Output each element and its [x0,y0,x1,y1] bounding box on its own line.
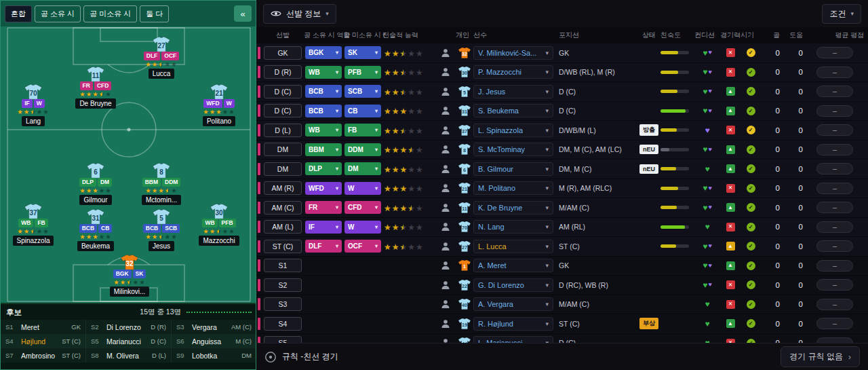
lineup-slot-button[interactable]: S1 [264,259,302,272]
substitute-item[interactable]: S4 Højlund ST (C) [1,334,86,348]
in-possession-role-dropdown[interactable]: IF▾ [305,221,342,234]
pitch-player[interactable]: 32 BGKSK ★★★★★ ★★★★★ Milinkovi... [97,254,162,297]
out-possession-role-dropdown[interactable]: W▾ [344,182,381,195]
individual-instructions-button[interactable] [439,182,452,194]
average-rating-button[interactable]: – [816,240,853,252]
out-possession-role-dropdown[interactable]: DDM▾ [344,143,381,156]
header-individual[interactable]: 개인 [456,31,473,40]
substitute-item[interactable]: S5 Marianucci D (C) [86,334,172,348]
lineup-slot-button[interactable]: D (C) [264,104,302,117]
in-possession-role-dropdown[interactable]: BBM▾ [305,143,342,156]
header-familiarity[interactable]: 친숙도 [660,31,694,40]
pitch-player[interactable]: 8 BBMDDM ★★★★★ ★★★★★ Mctomin... [129,162,194,205]
in-possession-role-dropdown[interactable]: BCB▾ [305,85,342,98]
lineup-slot-button[interactable]: S3 [264,297,302,311]
lineup-slot-button[interactable]: AM (L) [264,220,302,234]
pitch-player[interactable]: 5 BCBSCB ★★★★★ ★★★★★ Jesus [129,208,194,251]
average-rating-button[interactable]: – [816,67,853,78]
header-assists[interactable]: 도움 [784,31,807,40]
substitute-item[interactable]: S8 M. Olivera D (L) [86,348,172,363]
pitch-player[interactable]: 30 WBPFB ★★★★★ ★★★★★ Mazzocchi [186,203,252,246]
pitch-player[interactable]: 27 DLFOCF ★★★★★ ★★★★★ Lucca [129,36,194,79]
lineup-slot-button[interactable]: AM (C) [264,201,302,215]
header-ability[interactable]: 전술적 능력 [382,31,435,40]
individual-instructions-button[interactable] [439,298,452,310]
average-rating-button[interactable]: – [816,183,853,194]
lineup-slot-button[interactable]: GK [264,46,302,60]
pitch-player[interactable]: 6 DLPDM ★★★★★ ★★★★★ Gilmour [63,162,128,205]
individual-instructions-button[interactable] [439,221,452,233]
out-possession-role-dropdown[interactable]: SK▾ [344,46,381,59]
lineup-slot-button[interactable]: D (C) [264,85,302,98]
average-rating-button[interactable]: – [816,260,853,272]
lineup-slot-button[interactable]: ST (C) [264,240,302,253]
player-name-dropdown[interactable]: N. Lang▾ [473,220,553,234]
out-possession-role-dropdown[interactable]: DM▾ [344,162,381,175]
condition-dropdown[interactable]: 조건 ▾ [822,4,861,24]
match-rules-button[interactable]: 경기 규칙 없음 › [781,346,860,367]
pitch-view-tab[interactable]: 둘 다 [140,5,169,22]
header-condition[interactable]: 컨디션 [694,31,720,40]
header-role-out[interactable]: 공 미소유 시↑ [343,31,382,40]
lineup-slot-button[interactable]: S5 [264,336,302,343]
pitch-player[interactable]: 11 FRCFD ★★★★★ ★★★★★ De Bruyne [63,66,128,109]
player-name-dropdown[interactable]: P. Mazzocchi▾ [473,65,553,79]
lineup-slot-button[interactable]: S2 [264,278,302,292]
in-possession-role-dropdown[interactable]: WB▾ [305,66,342,79]
header-avg-rating[interactable]: 평균 평점 [807,31,868,40]
out-possession-role-dropdown[interactable]: CB▾ [344,105,381,117]
substitute-item[interactable]: S1 Meret GK [1,320,86,334]
individual-instructions-button[interactable] [439,202,452,214]
collapse-panel-button[interactable]: « [234,5,252,22]
pitch-view-tab[interactable]: 공 미소유 시 [83,5,137,22]
average-rating-button[interactable]: – [816,163,853,174]
player-name-dropdown[interactable]: R. Højlund▾ [473,317,553,331]
header-timing[interactable]: 시기 [741,31,761,40]
player-name-dropdown[interactable]: V. Milinković-Sa...▾ [473,46,553,60]
header-lineup[interactable]: 선발 [262,31,304,40]
lineup-slot-button[interactable]: S4 [264,317,302,331]
individual-instructions-button[interactable] [439,124,452,136]
header-position[interactable]: 포지션 [559,31,637,40]
average-rating-button[interactable]: – [816,47,853,58]
pitch-player[interactable]: 70 IFW ★★★★★ ★★★★★ Lang [1,84,66,126]
substitute-item[interactable]: S9 Lobotka DM [172,348,256,363]
substitute-item[interactable]: S6 Anguissa M (C) [172,334,256,348]
pitch-player[interactable]: 21 WFDW ★★★★★ ★★★★★ Politano [186,84,252,126]
out-possession-role-dropdown[interactable]: W▾ [344,221,381,234]
substitute-item[interactable]: S7 Ambrosino ST (C) [1,348,86,363]
pitch-player[interactable]: 31 BCBCB ★★★★★ ★★★★★ Beukema [63,208,128,251]
player-name-dropdown[interactable]: J. Jesus▾ [473,85,553,98]
average-rating-button[interactable]: – [816,105,853,117]
player-name-dropdown[interactable]: L. Spinazzola▾ [473,124,553,137]
average-rating-button[interactable]: – [816,144,853,155]
individual-instructions-button[interactable] [439,66,452,78]
average-rating-button[interactable]: – [816,124,853,136]
player-name-dropdown[interactable]: A. Meret▾ [473,259,553,272]
substitute-item[interactable]: S2 Di Lorenzo D (R) [86,320,172,334]
average-rating-button[interactable]: – [816,221,853,233]
player-name-dropdown[interactable]: G. Di Lorenzo▾ [473,278,553,292]
lineup-slot-button[interactable]: AM (R) [264,181,302,195]
player-name-dropdown[interactable]: A. Vergara▾ [473,297,553,311]
in-possession-role-dropdown[interactable]: WFD▾ [305,182,342,195]
individual-instructions-button[interactable] [439,337,452,343]
in-possession-role-dropdown[interactable]: DLF▾ [305,240,342,253]
average-rating-button[interactable]: – [816,202,853,213]
in-possession-role-dropdown[interactable]: WB▾ [305,124,342,136]
individual-instructions-button[interactable] [439,143,452,155]
out-possession-role-dropdown[interactable]: PFB▾ [344,66,381,79]
individual-instructions-button[interactable] [439,279,452,291]
pitch-player[interactable]: 37 WBFB ★★★★★ ★★★★★ Spinazzola [1,203,66,246]
individual-instructions-button[interactable] [439,163,452,175]
player-name-dropdown[interactable]: M. Politano▾ [473,181,553,195]
individual-instructions-button[interactable] [439,240,452,253]
out-possession-role-dropdown[interactable]: CFD▾ [344,201,381,214]
individual-instructions-button[interactable] [439,47,452,59]
lineup-slot-button[interactable]: D (R) [264,65,302,79]
average-rating-button[interactable]: – [816,86,853,97]
in-possession-role-dropdown[interactable]: DLP▾ [305,162,342,175]
header-goals[interactable]: 골 [761,31,784,40]
substitute-item[interactable]: S3 Vergara AM (C) [172,320,256,334]
individual-instructions-button[interactable] [439,318,452,330]
